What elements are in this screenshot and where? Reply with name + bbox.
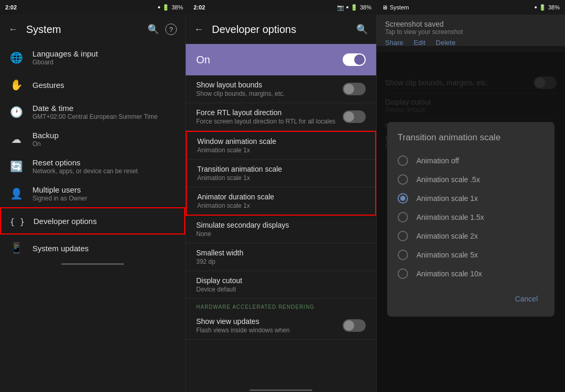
right-panel: Screenshot saved Tap to view your screen… xyxy=(377,15,565,392)
show-view-toggle[interactable] xyxy=(343,319,366,332)
status-bar-middle: 2:02 📷 🔋 38% xyxy=(188,0,377,15)
rtl-title: Force RTL layout direction xyxy=(196,108,343,117)
sidebar-icon-reset: 🔄 xyxy=(8,160,24,173)
radio-circle-05x xyxy=(398,174,408,185)
display-cutout-row[interactable]: Display cutout Device default xyxy=(186,271,376,299)
screen-icon: 🖥 xyxy=(382,4,388,10)
window-anim-row[interactable]: Window animation scale Animation scale 1… xyxy=(187,132,375,160)
sidebar-list: 🌐Languages & inputGboard✋Gestures🕐Date &… xyxy=(0,44,185,262)
sidebar-title-systemupdates: System updates xyxy=(32,244,177,253)
hw-section-label: HARDWARE ACCELERATED RENDERING xyxy=(186,299,376,312)
bottom-nav-middle xyxy=(186,388,376,392)
radio-label-1x: Animation scale 1x xyxy=(416,194,478,203)
sidebar-item-multipleusers[interactable]: 👤Multiple usersSigned in as Owner xyxy=(0,180,185,207)
layout-bounds-row[interactable]: Show layout bounds Show clip bounds, mar… xyxy=(186,75,376,103)
help-icon-left[interactable]: ? xyxy=(165,24,177,35)
simulate-displays-subtitle: None xyxy=(196,230,366,238)
show-view-title: Show view updates xyxy=(196,317,343,326)
search-icon-middle[interactable]: 🔍 xyxy=(356,24,368,35)
battery-pct-right: 38% xyxy=(548,4,560,10)
dev-on-row[interactable]: On xyxy=(186,44,376,75)
radio-option-2x[interactable]: Animation scale 2x xyxy=(398,227,544,245)
toast-delete[interactable]: Delete xyxy=(436,39,456,47)
dialog-title: Transition animation scale xyxy=(398,132,544,143)
bottom-nav-left xyxy=(0,262,185,266)
window-anim-title: Window animation scale xyxy=(197,137,365,145)
radio-option-15x[interactable]: Animation scale 1.5x xyxy=(398,208,544,227)
dialog-overlay: Transition animation scale Animation off… xyxy=(377,46,565,392)
show-view-updates-row[interactable]: Show view updates Flash views inside win… xyxy=(186,312,376,340)
battery-right: 🔋 xyxy=(539,4,546,11)
panels: ← System 🔍 ? 🌐Languages & inputGboard✋Ge… xyxy=(0,15,565,392)
sidebar-item-developer[interactable]: { }Developer options xyxy=(0,207,185,234)
sidebar-subtitle-backup: On xyxy=(32,140,177,148)
toast-share[interactable]: Share xyxy=(385,39,403,47)
smallest-width-subtitle: 392 dp xyxy=(196,258,366,265)
animator-duration-row[interactable]: Animator duration scale Animation scale … xyxy=(187,187,375,215)
sidebar-icon-backup: ☁ xyxy=(8,133,24,145)
radio-label-off: Animation off xyxy=(416,156,459,165)
radio-option-10x[interactable]: Animation scale 10x xyxy=(398,264,544,283)
system-label: System xyxy=(390,4,409,10)
radio-option-1x[interactable]: Animation scale 1x xyxy=(398,189,544,208)
sidebar-item-systemupdates[interactable]: 📱System updates xyxy=(0,234,185,262)
radio-option-off[interactable]: Animation off xyxy=(398,151,544,170)
left-panel: ← System 🔍 ? 🌐Languages & inputGboard✋Ge… xyxy=(0,15,186,392)
middle-header-actions: 🔍 xyxy=(356,24,368,35)
dot-middle xyxy=(346,6,348,8)
sidebar-title-datetime: Date & time xyxy=(32,104,177,113)
toast-edit[interactable]: Edit xyxy=(414,39,425,47)
sidebar-icon-developer: { } xyxy=(9,215,25,227)
radio-circle-5x xyxy=(398,250,408,260)
left-header-actions: 🔍 ? xyxy=(148,24,177,35)
time-middle: 2:02 xyxy=(194,4,205,10)
sidebar-item-backup[interactable]: ☁BackupOn xyxy=(0,126,185,153)
sidebar-icon-languages: 🌐 xyxy=(8,51,24,64)
rtl-layout-row[interactable]: Force RTL layout direction Force screen … xyxy=(186,103,376,131)
status-bars: 2:02 🔋 38% 2:02 📷 🔋 38% 🖥 System 🔋 38% xyxy=(0,0,565,15)
rtl-toggle[interactable] xyxy=(343,110,366,123)
sidebar-subtitle-reset: Network, apps, or device can be reset xyxy=(32,167,177,175)
radio-circle-2x xyxy=(398,231,408,241)
dot-left xyxy=(158,6,160,8)
radio-option-05x[interactable]: Animation scale .5x xyxy=(398,170,544,189)
sidebar-item-gestures[interactable]: ✋Gestures xyxy=(0,71,185,98)
show-view-subtitle: Flash views inside windows when xyxy=(196,327,343,334)
middle-scroll[interactable]: Show layout bounds Show clip bounds, mar… xyxy=(186,75,376,388)
radio-label-10x: Animation scale 10x xyxy=(416,270,482,278)
sidebar-subtitle-languages: Gboard xyxy=(32,59,177,66)
radio-label-15x: Animation scale 1.5x xyxy=(416,213,484,221)
layout-bounds-title: Show layout bounds xyxy=(196,81,343,89)
back-icon-left[interactable]: ← xyxy=(8,24,18,35)
sidebar-title-backup: Backup xyxy=(32,131,177,140)
transition-animation-dialog: Transition animation scale Animation off… xyxy=(387,122,555,317)
dialog-actions: Cancel xyxy=(398,292,544,306)
animator-duration-subtitle: Animation scale 1x xyxy=(197,202,365,209)
transition-anim-row[interactable]: Transition animation scale Animation sca… xyxy=(187,160,375,187)
middle-panel: ← Developer options 🔍 On Show layout bou… xyxy=(186,15,377,392)
icons-right: 🔋 38% xyxy=(535,4,560,11)
sidebar-item-datetime[interactable]: 🕐Date & timeGMT+02:00 Central European S… xyxy=(0,98,185,126)
animation-section: Window animation scale Animation scale 1… xyxy=(186,131,376,216)
sidebar-item-reset[interactable]: 🔄Reset optionsNetwork, apps, or device c… xyxy=(0,153,185,180)
radio-option-5x[interactable]: Animation scale 5x xyxy=(398,245,544,264)
sidebar-title-languages: Languages & input xyxy=(32,49,177,58)
simulate-displays-row[interactable]: Simulate secondary displays None xyxy=(186,216,376,243)
simulate-displays-title: Simulate secondary displays xyxy=(196,221,366,229)
smallest-width-row[interactable]: Smallest width 392 dp xyxy=(186,243,376,271)
bottom-bar-left xyxy=(61,263,124,265)
animator-duration-title: Animator duration scale xyxy=(197,193,365,201)
display-cutout-subtitle: Device default xyxy=(196,286,366,293)
sidebar-title-developer: Developer options xyxy=(33,217,176,226)
dot-right xyxy=(535,6,537,8)
back-icon-middle[interactable]: ← xyxy=(194,24,204,35)
middle-panel-header: ← Developer options 🔍 xyxy=(186,15,376,44)
icons-left: 🔋 38% xyxy=(158,4,183,11)
status-bar-right: 🖥 System 🔋 38% xyxy=(377,0,565,15)
dev-on-toggle[interactable] xyxy=(343,53,366,66)
sidebar-icon-datetime: 🕐 xyxy=(8,106,24,118)
sidebar-item-languages[interactable]: 🌐Languages & inputGboard xyxy=(0,44,185,71)
dialog-cancel[interactable]: Cancel xyxy=(508,292,544,306)
layout-bounds-toggle[interactable] xyxy=(343,83,366,95)
search-icon-left[interactable]: 🔍 xyxy=(148,24,159,35)
